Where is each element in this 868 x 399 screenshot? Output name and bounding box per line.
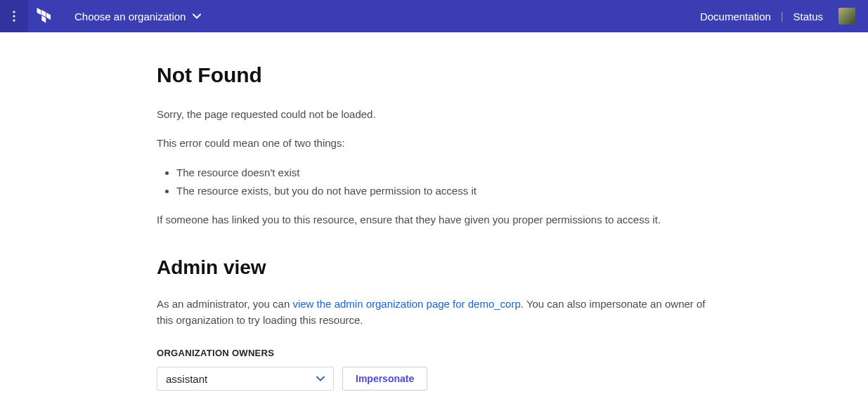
organization-picker-label: Choose an organization (75, 11, 186, 22)
main-content: Not Found Sorry, the page requested coul… (157, 32, 719, 399)
owners-select[interactable]: assistant (157, 367, 334, 391)
svg-point-2 (13, 19, 15, 21)
admin-para-prefix: As an administrator, you can (157, 298, 292, 310)
nav-separator: | (781, 11, 784, 22)
admin-paragraph: As an administrator, you can view the ad… (157, 296, 719, 329)
status-link[interactable]: Status (793, 11, 823, 22)
organization-picker[interactable]: Choose an organization (75, 11, 201, 22)
svg-point-1 (13, 15, 15, 17)
chevron-down-icon (193, 11, 201, 22)
page-title: Not Found (157, 63, 719, 87)
reason-item: The resource exists, but you do not have… (176, 182, 719, 200)
documentation-link[interactable]: Documentation (700, 11, 771, 22)
chevron-down-icon (316, 373, 325, 385)
user-avatar[interactable] (838, 8, 855, 25)
reason-item: The resource doesn't exist (176, 164, 719, 182)
menu-toggle-button[interactable] (0, 0, 28, 32)
sorry-text: Sorry, the page requested could not be l… (157, 107, 719, 123)
impersonate-button[interactable]: Impersonate (342, 367, 427, 391)
owners-row: assistant Impersonate (157, 367, 719, 391)
reason-list: The resource doesn't exist The resource … (157, 164, 719, 200)
terraform-logo[interactable] (28, 0, 60, 32)
topbar: Choose an organization Documentation | S… (0, 0, 868, 32)
admin-view-title: Admin view (157, 256, 719, 279)
admin-org-link[interactable]: view the admin organization page for dem… (292, 298, 520, 310)
error-intro-text: This error could mean one of two things: (157, 136, 719, 152)
terraform-logo-icon (36, 8, 53, 25)
linked-hint-text: If someone has linked you to this resour… (157, 212, 719, 228)
vertical-dots-icon (13, 11, 15, 22)
svg-point-0 (13, 11, 15, 13)
owners-select-value: assistant (166, 373, 207, 385)
organization-owners-label: ORGANIZATION OWNERS (157, 348, 719, 358)
